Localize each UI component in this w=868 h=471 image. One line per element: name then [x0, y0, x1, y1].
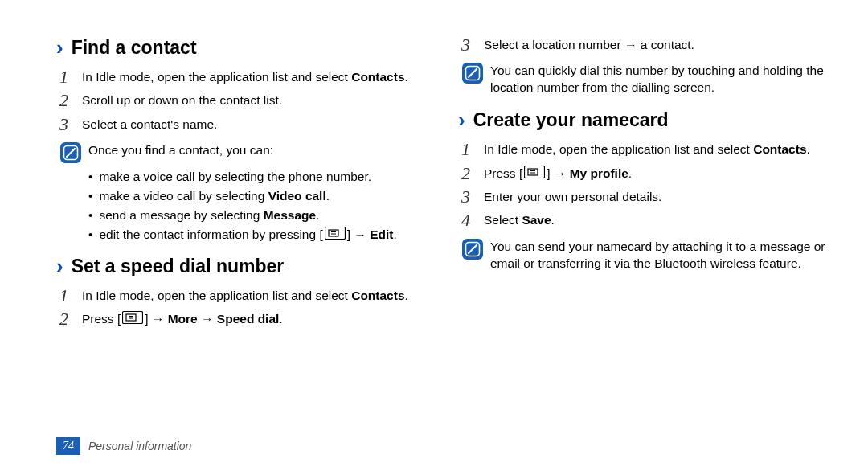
step: 2 Scroll up or down on the contact list.: [59, 90, 426, 111]
step-text: Press [] → More → Speed dial.: [82, 309, 283, 329]
chevron-icon: ›: [56, 254, 63, 279]
step: 1 In Idle mode, open the application lis…: [59, 285, 426, 306]
step: 4 Select Save.: [461, 210, 828, 231]
note-text: Once you find a contact, you can:: [88, 140, 273, 159]
bullet-item: make a video call by selecting Video cal…: [88, 188, 426, 205]
step-text: In Idle mode, open the application list …: [484, 139, 810, 158]
step-number: 3: [461, 35, 484, 55]
step: 1 In Idle mode, open the application lis…: [461, 139, 828, 160]
step: 3 Select a contact's name.: [59, 114, 426, 135]
step-text: Select a location number → a contact.: [484, 35, 694, 54]
bullet-item: make a voice call by selecting the phone…: [88, 169, 426, 186]
step-text: In Idle mode, open the application list …: [82, 67, 408, 86]
right-column: 3 Select a location number → a contact. …: [458, 32, 828, 333]
step-number: 3: [461, 186, 484, 207]
bullet-list: make a voice call by selecting the phone…: [88, 169, 426, 244]
step-text: Select Save.: [484, 210, 555, 229]
step-text: Select a contact's name.: [82, 114, 217, 133]
step-text: Press [] → My profile.: [484, 163, 632, 183]
step-number: 4: [461, 210, 484, 231]
step-number: 2: [461, 163, 484, 184]
step-number: 1: [59, 67, 82, 88]
page-number: 74: [56, 437, 80, 455]
step-number: 2: [59, 309, 82, 330]
bullet-item: send a message by selecting Message.: [88, 207, 426, 224]
chevron-icon: ›: [56, 35, 63, 60]
note-block: You can send your namecard by attaching …: [461, 236, 828, 272]
menu-key-icon: [122, 311, 143, 329]
bullet-item: edit the contact information by pressing…: [88, 227, 426, 244]
note-icon: [461, 238, 484, 260]
section-title: Find a contact: [72, 37, 197, 59]
section-speed-dial: › Set a speed dial number: [56, 254, 426, 279]
footer-text: Personal information: [88, 440, 191, 453]
menu-key-icon: [524, 166, 545, 183]
note-block: You can quickly dial this number by touc…: [461, 60, 828, 96]
step-number: 1: [461, 139, 484, 160]
left-column: › Find a contact 1 In Idle mode, open th…: [56, 32, 426, 333]
note-icon: [461, 62, 484, 84]
note-icon: [59, 141, 82, 164]
note-block: Once you find a contact, you can:: [59, 140, 426, 164]
step-number: 1: [59, 285, 82, 306]
note-text: You can send your namecard by attaching …: [490, 236, 828, 272]
section-find-contact: › Find a contact: [56, 35, 426, 60]
step-text: Enter your own personal details.: [484, 186, 661, 206]
step: 3 Select a location number → a contact.: [461, 35, 828, 55]
chevron-icon: ›: [458, 108, 465, 133]
note-text: You can quickly dial this number by touc…: [490, 60, 828, 96]
section-title: Set a speed dial number: [72, 256, 285, 277]
step-text: In Idle mode, open the application list …: [82, 285, 408, 305]
section-namecard: › Create your namecard: [458, 108, 828, 133]
step-number: 3: [59, 114, 82, 135]
step: 1 In Idle mode, open the application lis…: [59, 67, 426, 88]
step-text: Scroll up or down on the contact list.: [82, 90, 282, 109]
menu-key-icon: [325, 227, 346, 244]
page-footer: 74 Personal information: [56, 437, 191, 455]
step: 2 Press [] → My profile.: [461, 163, 828, 184]
step-number: 2: [59, 90, 82, 111]
step: 2 Press [] → More → Speed dial.: [59, 309, 426, 330]
step: 3 Enter your own personal details.: [461, 186, 828, 207]
section-title: Create your namecard: [473, 109, 669, 131]
